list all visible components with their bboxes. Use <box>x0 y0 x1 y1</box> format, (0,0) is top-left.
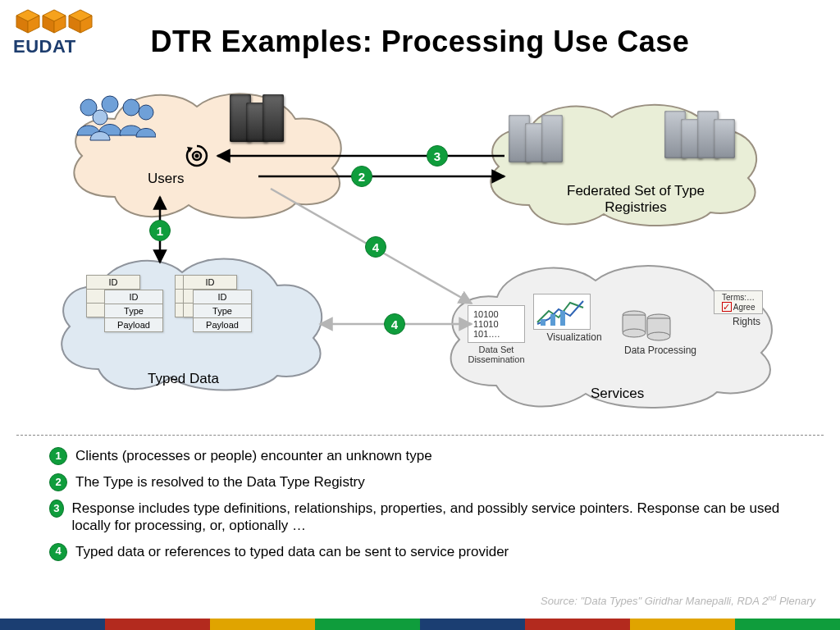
svg-point-13 <box>93 110 107 125</box>
section-divider <box>16 435 824 436</box>
svg-point-25 <box>647 332 670 340</box>
svg-point-12 <box>139 105 153 120</box>
svg-rect-19 <box>560 311 565 326</box>
legend-text: Clients (processes or people) encounter … <box>75 447 432 464</box>
svg-rect-17 <box>541 319 546 326</box>
registries-servers-b-icon <box>664 111 730 158</box>
users-cloud-label: Users <box>148 171 184 187</box>
svg-rect-18 <box>550 314 555 326</box>
dataset-bits-box: 10100 11010 101…. <box>468 305 525 343</box>
typed-data-cards: IDTP IDTP ID Type Payload IDTP IDTP ID T… <box>86 275 258 373</box>
arrow-badge-3: 3 <box>427 145 448 167</box>
card-payload: Payload <box>105 318 162 331</box>
legend-item: 4 Typed data or references to typed data… <box>49 543 807 561</box>
typed-data-cloud-label: Typed Data <box>148 371 219 387</box>
refresh-icon <box>185 144 209 173</box>
dataprocessing-label: Data Processing <box>619 345 701 356</box>
legend-list: 1 Clients (processes or people) encounte… <box>49 447 807 569</box>
slide-title: DTR Examples: Processing Use Case <box>0 25 840 59</box>
legend-item: 2 The Type is resolved to the Data Type … <box>49 473 807 491</box>
agree-check-icon: ✓ <box>722 302 732 312</box>
users-servers-icon <box>230 94 279 142</box>
services-cloud: Services 10100 11010 101…. Data Set Diss… <box>435 254 796 418</box>
source-citation: Source: "Data Types" Giridhar Manepalli,… <box>541 594 815 607</box>
visualization-label: Visualization <box>533 331 615 343</box>
svg-point-11 <box>123 99 139 116</box>
registries-servers-a-icon <box>509 115 558 162</box>
dataprocessing-db-icon <box>619 308 701 343</box>
rights-label: Rights <box>714 316 779 327</box>
footer-color-bar <box>0 619 840 630</box>
arrow-badge-2: 2 <box>351 166 372 187</box>
svg-point-22 <box>623 329 646 337</box>
arrow-badge-4b: 4 <box>384 313 405 335</box>
visualization-chart-icon <box>533 294 591 330</box>
services-cloud-label: Services <box>591 386 644 402</box>
card-id: ID <box>105 290 162 304</box>
terms-box: Terms:… ✓ Agree <box>714 290 763 314</box>
registries-cloud-label: Federated Set of Type Registries <box>541 183 730 215</box>
svg-point-10 <box>102 96 118 112</box>
legend-item: 1 Clients (processes or people) encounte… <box>49 447 807 465</box>
arrow-badge-1: 1 <box>149 220 171 241</box>
arrow-badge-4a: 4 <box>365 236 386 258</box>
legend-item: 3 Response includes type definitions, re… <box>49 500 807 535</box>
dataset-label: Data Set Dissemination <box>468 345 525 364</box>
users-people-icon <box>74 94 156 155</box>
legend-badge: 1 <box>49 447 67 465</box>
svg-point-15 <box>195 154 199 158</box>
card-type: Type <box>105 304 162 318</box>
